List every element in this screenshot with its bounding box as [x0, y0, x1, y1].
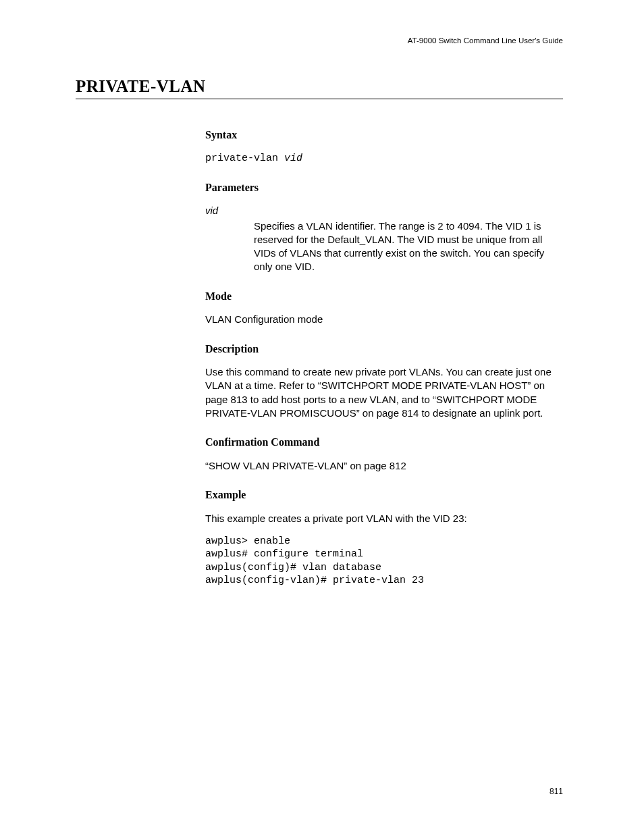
content-body: Syntax private-vlan vid Parameters vid S… [205, 128, 563, 588]
syntax-arg: vid [284, 153, 302, 164]
mode-heading: Mode [205, 289, 563, 304]
example-intro: This example creates a private port VLAN… [205, 512, 563, 525]
param-desc: Specifies a VLAN identifier. The range i… [254, 219, 563, 274]
description-text: Use this command to create new private p… [205, 365, 563, 420]
syntax-code: private-vlan vid [205, 152, 563, 165]
example-code: awplus> enable awplus# configure termina… [205, 535, 563, 588]
example-heading: Example [205, 488, 563, 502]
page-number: 811 [549, 787, 563, 796]
syntax-command: private-vlan [205, 153, 284, 164]
description-heading: Description [205, 342, 563, 357]
param-name: vid [205, 204, 563, 217]
mode-text: VLAN Configuration mode [205, 313, 563, 326]
page-title: PRIVATE-VLAN [76, 77, 563, 99]
page: AT-9000 Switch Command Line User's Guide… [0, 0, 644, 834]
syntax-heading: Syntax [205, 128, 563, 142]
running-header: AT-9000 Switch Command Line User's Guide [76, 36, 563, 45]
parameters-heading: Parameters [205, 180, 563, 195]
confirmation-heading: Confirmation Command [205, 435, 563, 450]
confirmation-text: “SHOW VLAN PRIVATE-VLAN” on page 812 [205, 459, 563, 473]
